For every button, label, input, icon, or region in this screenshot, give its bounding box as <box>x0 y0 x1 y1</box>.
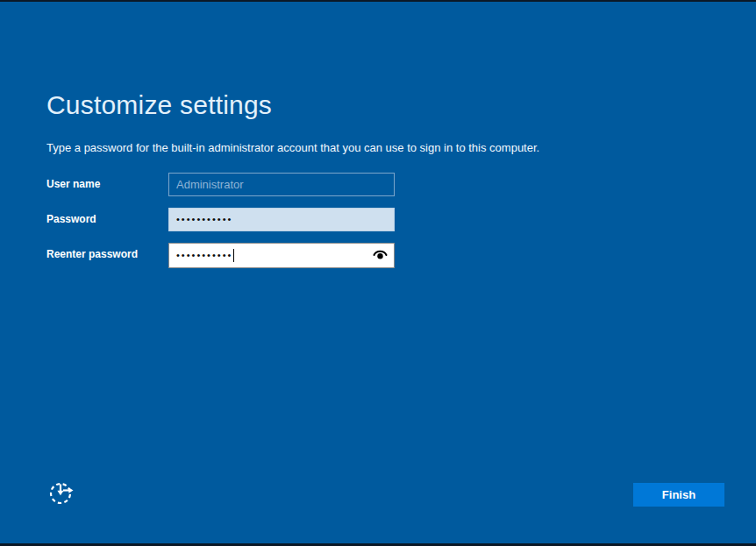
text-caret <box>233 249 234 262</box>
finish-button[interactable]: Finish <box>633 483 724 507</box>
password-row: Password ••••••••••• <box>46 208 395 231</box>
username-label: User name <box>46 173 168 196</box>
ease-of-access-button[interactable] <box>46 478 78 509</box>
eye-icon <box>373 249 388 263</box>
top-edge-strip <box>0 0 756 2</box>
reenter-password-label: Reenter password <box>46 243 168 266</box>
oobe-customize-settings-screen: Customize settings Type a password for t… <box>0 0 756 546</box>
admin-password-form: User name Administrator Password •••••••… <box>46 173 395 266</box>
page-title: Customize settings <box>46 90 272 120</box>
password-label: Password <box>46 208 168 231</box>
username-value: Administrator <box>176 178 244 191</box>
username-row: User name Administrator <box>46 173 395 196</box>
page-description: Type a password for the built-in adminis… <box>46 141 539 154</box>
ease-of-access-icon <box>47 497 77 510</box>
reenter-password-field[interactable]: ••••••••••• <box>168 243 395 268</box>
reveal-password-button[interactable] <box>370 246 389 266</box>
reenter-password-row: Reenter password ••••••••••• <box>46 243 395 266</box>
username-field: Administrator <box>168 173 395 196</box>
password-field[interactable]: ••••••••••• <box>168 208 395 231</box>
password-masked-value: ••••••••••• <box>176 208 232 231</box>
reenter-password-masked-value: ••••••••••• <box>176 244 232 267</box>
